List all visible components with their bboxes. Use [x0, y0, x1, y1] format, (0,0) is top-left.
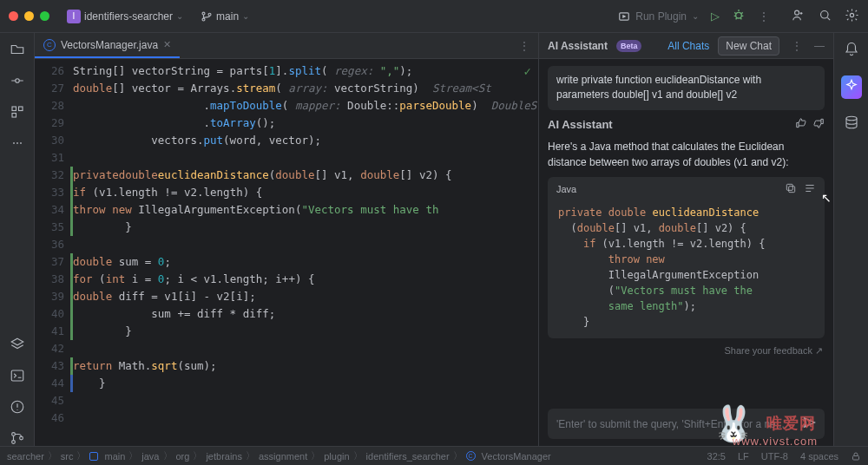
- svg-point-1: [202, 18, 205, 21]
- titlebar: I identifiers-searcher ⌄ main ⌄ Run Plug…: [0, 0, 868, 33]
- project-icon: I: [67, 10, 81, 23]
- svg-point-15: [11, 441, 15, 444]
- svg-rect-11: [12, 114, 16, 118]
- response-text: Here's a Java method that calculates the…: [548, 139, 825, 170]
- more-tool-icon[interactable]: ⋯: [10, 135, 25, 151]
- beta-badge: Beta: [616, 40, 642, 52]
- response-title: AI Assistant: [548, 118, 613, 131]
- thumbs-up-icon[interactable]: [795, 117, 807, 132]
- svg-point-4: [736, 12, 742, 18]
- line-separator[interactable]: LF: [738, 451, 749, 462]
- problems-tool-icon[interactable]: [10, 399, 25, 415]
- ai-assistant-icon[interactable]: [841, 75, 862, 99]
- share-feedback-link[interactable]: Share your feedback: [548, 345, 825, 357]
- send-icon[interactable]: [802, 416, 816, 432]
- svg-point-5: [795, 10, 799, 15]
- structure-tool-icon[interactable]: [10, 104, 25, 120]
- window-controls: [9, 11, 49, 21]
- assistant-more-icon[interactable]: ⋮: [792, 40, 802, 52]
- branch-name: main: [216, 10, 239, 23]
- code-area[interactable]: ✓ 26272829303132333435363738394041424344…: [35, 59, 538, 446]
- insert-icon[interactable]: [804, 182, 816, 196]
- statusbar: searcher〉src〉main〉java〉org〉jetbrains〉ass…: [0, 446, 868, 465]
- editor: C VectorsManager.java ✕ ⋮ ✓ 262728293031…: [35, 33, 538, 446]
- prompt-input[interactable]: 'Enter' to submit the query, 'Shift+Ente…: [548, 409, 825, 439]
- run-config-selector[interactable]: Run Plugin ⌄: [618, 10, 699, 23]
- code-lang-label: Java: [556, 184, 576, 194]
- minimize-window[interactable]: [24, 11, 34, 21]
- project-name: identifiers-searcher: [84, 10, 173, 23]
- run-config-label: Run Plugin: [635, 10, 687, 23]
- svg-rect-10: [18, 107, 23, 111]
- svg-point-14: [11, 433, 15, 436]
- copy-icon[interactable]: [785, 182, 797, 196]
- chevron-down-icon: ⌄: [176, 11, 183, 21]
- branch-selector[interactable]: main ⌄: [201, 10, 249, 23]
- branch-icon: [201, 10, 213, 23]
- new-chat-button[interactable]: New Chat: [718, 36, 779, 56]
- tab-vectorsmanager[interactable]: C VectorsManager.java ✕: [35, 33, 180, 58]
- thumbs-down-icon[interactable]: [812, 117, 825, 132]
- chevron-down-icon: ⌄: [692, 11, 699, 21]
- editor-more-icon[interactable]: ⋮: [519, 40, 529, 52]
- svg-rect-20: [853, 455, 859, 460]
- breadcrumb[interactable]: searcher〉src〉main〉java〉org〉jetbrains〉ass…: [7, 449, 551, 462]
- assistant-title: AI Assistant: [548, 40, 608, 52]
- readonly-icon[interactable]: [851, 451, 861, 462]
- right-toolbar: [833, 33, 868, 446]
- search-icon[interactable]: [818, 8, 832, 25]
- build-tool-icon[interactable]: [10, 337, 25, 352]
- left-toolbar: ⋯: [0, 33, 35, 446]
- svg-point-7: [850, 13, 853, 16]
- code-block: Java private double euclideanDistance (d…: [548, 177, 825, 338]
- svg-point-0: [202, 12, 205, 15]
- svg-point-2: [208, 13, 211, 16]
- debug-button[interactable]: [732, 8, 746, 24]
- chevron-down-icon: ⌄: [242, 11, 249, 21]
- prompt-placeholder: 'Enter' to submit the query, 'Shift+Ente…: [556, 418, 795, 430]
- tab-label: VectorsManager.java: [61, 39, 158, 51]
- project-selector[interactable]: I identifiers-searcher ⌄: [58, 10, 183, 23]
- run-button[interactable]: ▷: [711, 10, 720, 23]
- svg-point-19: [846, 116, 857, 121]
- run-config-icon: [618, 10, 630, 23]
- vcs-tool-icon[interactable]: [10, 430, 25, 446]
- svg-rect-9: [12, 107, 16, 111]
- editor-tabs: C VectorsManager.java ✕ ⋮: [35, 33, 538, 59]
- commit-tool-icon[interactable]: [10, 73, 25, 88]
- indent-setting[interactable]: 4 spaces: [800, 451, 838, 462]
- ai-assistant-panel: AI Assistant Beta All Chats New Chat ⋮ —…: [538, 33, 833, 446]
- maximize-window[interactable]: [40, 11, 49, 21]
- java-class-icon: C: [43, 39, 56, 51]
- svg-point-8: [15, 79, 19, 83]
- caret-position[interactable]: 32:5: [707, 451, 726, 462]
- svg-rect-17: [789, 186, 795, 192]
- user-message: write private function euclideanDistance…: [548, 66, 825, 110]
- svg-point-6: [821, 10, 829, 18]
- more-actions[interactable]: ⋮: [758, 10, 770, 23]
- close-window[interactable]: [9, 11, 18, 21]
- notifications-icon[interactable]: [844, 42, 859, 60]
- project-tool-icon[interactable]: [10, 42, 25, 57]
- close-icon[interactable]: ✕: [163, 39, 171, 50]
- svg-rect-12: [11, 370, 23, 381]
- minimize-icon[interactable]: —: [814, 40, 825, 52]
- svg-point-16: [19, 436, 23, 440]
- database-icon[interactable]: [844, 115, 859, 133]
- svg-rect-18: [786, 184, 792, 190]
- assistant-header: AI Assistant Beta All Chats New Chat ⋮ —: [539, 33, 833, 59]
- terminal-tool-icon[interactable]: [10, 368, 25, 383]
- file-encoding[interactable]: UTF-8: [761, 451, 788, 462]
- all-chats-link[interactable]: All Chats: [667, 40, 709, 52]
- code-with-me-icon[interactable]: [791, 8, 806, 25]
- settings-icon[interactable]: [845, 8, 859, 25]
- code-content: private double euclideanDistance (double…: [548, 201, 825, 338]
